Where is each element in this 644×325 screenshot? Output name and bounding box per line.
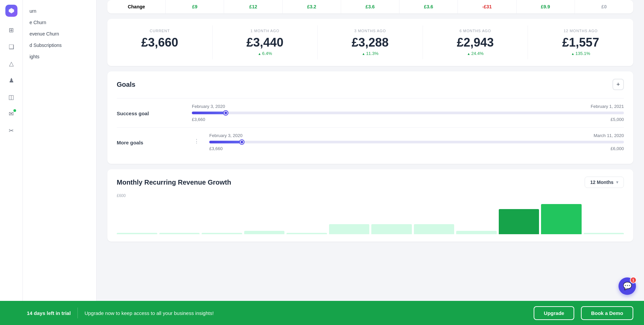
trial-days-left: 14 days left in trial — [27, 310, 71, 316]
bar-4 — [244, 231, 285, 234]
period-col-12m: 12 MONTHS AGO £1,557 135.1% — [528, 25, 633, 59]
success-goal-current: £3,660 — [192, 117, 205, 122]
period-columns: CURRENT £3,660 1 MONTH AGO £3,440 6.4% 3… — [107, 25, 633, 59]
period-change-12m: 135.1% — [535, 51, 627, 56]
more-goals-target: £6,000 — [610, 146, 624, 151]
bar-1 — [117, 233, 157, 234]
more-goals-label: More goals — [117, 133, 184, 145]
goals-header: Goals + — [117, 79, 624, 90]
bar-2 — [159, 233, 200, 234]
chat-badge: 1 — [630, 277, 637, 283]
more-goals-end-date: March 11, 2020 — [594, 133, 624, 138]
more-goals-bar-fill — [209, 141, 243, 143]
period-change-1m: 6.4% — [219, 51, 311, 56]
chart-bars — [117, 201, 624, 234]
goal-row-success: Success goal February 3, 2020 February 1… — [117, 98, 624, 127]
chat-button[interactable]: 💬 1 — [619, 277, 636, 295]
period-col-6m: 6 MONTHS AGO £2,943 24.4% — [423, 25, 528, 59]
bar-8 — [414, 224, 454, 234]
period-selector-button[interactable]: 12 Months ▾ — [585, 177, 624, 188]
change-value-3: £3.2 — [283, 0, 341, 13]
sidebar-item-subscriptions[interactable]: d Subscriptions — [23, 40, 96, 51]
success-goal-bar-dot — [224, 111, 228, 115]
trial-description: Upgrade now to keep access to all your b… — [85, 310, 527, 316]
success-goal-content: February 3, 2020 February 1, 2021 £3,660… — [192, 104, 624, 122]
sidebar-item-echurn[interactable]: e Churn — [23, 17, 96, 28]
more-goals-menu-button[interactable]: ⋮ — [192, 133, 201, 142]
change-value-4: £3.6 — [341, 0, 399, 13]
bar-3 — [202, 233, 242, 234]
more-goals-dates: February 3, 2020 March 11, 2020 — [209, 133, 624, 138]
bar-10 — [499, 209, 539, 234]
chat-icon: 💬 — [623, 282, 632, 290]
period-value-12m: £1,557 — [535, 36, 627, 50]
period-label-current: CURRENT — [114, 29, 206, 33]
change-value-6: -£31 — [458, 0, 516, 13]
period-value-current: £3,660 — [114, 36, 206, 50]
nav-panel: urn e Churn evenue Churn d Subscriptions… — [23, 0, 97, 325]
success-goal-bar-fill — [192, 112, 226, 114]
bar-9 — [456, 231, 497, 234]
more-goals-bar — [209, 141, 624, 143]
mrr-header: Monthly Recurring Revenue Growth 12 Mont… — [117, 177, 624, 188]
bar-11 — [541, 204, 582, 234]
period-col-1m: 1 MONTH AGO £3,440 6.4% — [213, 25, 318, 59]
sidebar-item-insights[interactable]: ights — [23, 51, 96, 62]
period-col-current: CURRENT £3,660 — [107, 25, 213, 59]
period-label-12m: 12 MONTHS AGO — [535, 29, 627, 33]
more-goals-content: February 3, 2020 March 11, 2020 £3,660 £… — [209, 133, 624, 151]
dashboard-icon[interactable]: ⊞ — [5, 23, 18, 37]
trial-banner: 14 days left in trial Upgrade now to kee… — [0, 301, 644, 325]
success-goal-start-date: February 3, 2020 — [192, 104, 225, 109]
sidebar-item-urn[interactable]: urn — [23, 5, 96, 17]
change-value-5: £3.6 — [399, 0, 458, 13]
bar-6 — [329, 224, 370, 234]
chart-y-label: £600 — [117, 193, 624, 198]
chevron-down-icon: ▾ — [616, 180, 618, 185]
trial-divider — [77, 308, 78, 318]
upgrade-button[interactable]: Upgrade — [534, 306, 574, 320]
sidebar-item-revenuechurn[interactable]: evenue Churn — [23, 28, 96, 40]
period-label-3m: 3 MONTHS AGO — [324, 29, 416, 33]
more-goals-bar-dot — [240, 140, 244, 144]
change-value-7: £9.9 — [517, 0, 575, 13]
success-goal-dates: February 3, 2020 February 1, 2021 — [192, 104, 624, 109]
period-label-6m: 6 MONTHS AGO — [430, 29, 521, 33]
charts-icon[interactable]: ◫ — [5, 90, 18, 104]
period-col-3m: 3 MONTHS AGO £3,288 11.3% — [318, 25, 423, 59]
period-change-3m: 11.3% — [324, 51, 416, 56]
book-demo-button[interactable]: Book a Demo — [581, 306, 633, 320]
change-row: Change £9 £12 £3.2 £3.6 £3.6 -£31 £9.9 £… — [107, 0, 633, 13]
goal-row-more: More goals ⋮ February 3, 2020 March 11, … — [117, 127, 624, 156]
goals-section: Goals + Success goal February 3, 2020 Fe… — [107, 71, 633, 164]
bar-12 — [584, 233, 624, 234]
bar-7 — [371, 224, 412, 234]
sidebar: ⊞ ❑ △ ♟ ◫ ✉ ✂ 👤 — [0, 0, 23, 325]
period-selector-label: 12 Months — [590, 180, 613, 185]
period-value-1m: £3,440 — [219, 36, 311, 50]
logo-icon[interactable] — [5, 5, 17, 17]
period-value-3m: £3,288 — [324, 36, 416, 50]
period-label-1m: 1 MONTH AGO — [219, 29, 311, 33]
more-goals-amounts: £3,660 £6,000 — [209, 146, 624, 151]
more-goals-current: £3,660 — [209, 146, 223, 151]
success-goal-bar — [192, 112, 624, 114]
tools-icon[interactable]: ✂ — [5, 124, 18, 137]
period-value-6m: £2,943 — [430, 36, 521, 50]
goals-title: Goals — [117, 81, 136, 88]
success-goal-target: £5,000 — [610, 117, 624, 122]
change-value-2: £12 — [224, 0, 282, 13]
success-goal-label: Success goal — [117, 104, 184, 116]
users-icon[interactable]: ♟ — [5, 74, 18, 87]
mrr-section: Monthly Recurring Revenue Growth 12 Mont… — [107, 169, 633, 242]
mrr-title: Monthly Recurring Revenue Growth — [117, 179, 231, 186]
analytics-icon[interactable]: △ — [5, 57, 18, 70]
bar-5 — [286, 233, 327, 234]
change-label: Change — [107, 0, 166, 13]
period-change-6m: 24.4% — [430, 51, 521, 56]
success-goal-end-date: February 1, 2021 — [591, 104, 624, 109]
add-goal-button[interactable]: + — [612, 79, 624, 90]
pages-icon[interactable]: ❑ — [5, 40, 18, 54]
more-goals-start-date: February 3, 2020 — [209, 133, 243, 138]
mail-icon[interactable]: ✉ — [5, 107, 18, 121]
